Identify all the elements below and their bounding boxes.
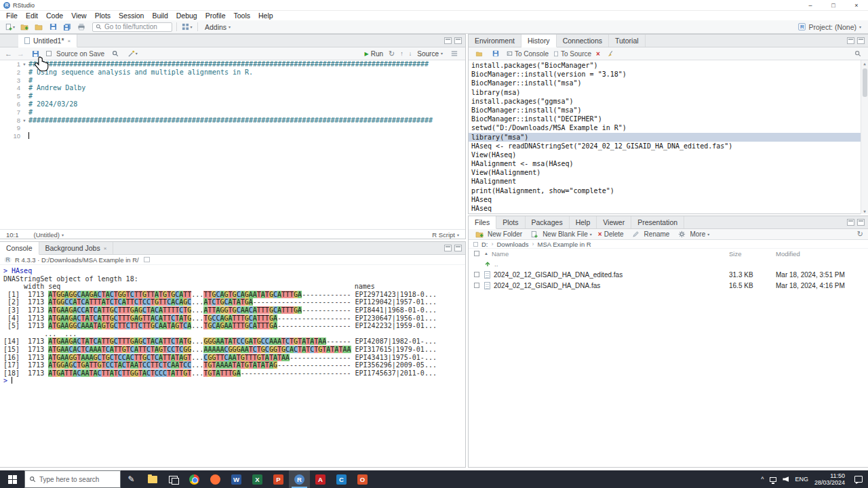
maximize-button[interactable]: □ [822, 0, 845, 11]
source-button[interactable]: Source ▾ [417, 50, 443, 58]
column-modified[interactable]: Modified [776, 250, 863, 258]
history-item[interactable]: HAseq [469, 204, 861, 213]
run-above-icon[interactable]: ↑ [400, 50, 403, 57]
close-tab-icon[interactable]: × [104, 245, 107, 251]
minimize-pane-icon[interactable] [847, 219, 854, 226]
editor-line[interactable]: 1▾######################################… [0, 60, 465, 68]
open-file-icon[interactable] [33, 22, 45, 33]
tab-untitled1[interactable]: Untitled1* × [18, 35, 77, 47]
find-icon[interactable] [109, 48, 121, 59]
back-icon[interactable]: ← [5, 49, 12, 58]
project-menu[interactable]: R Project: (None) ▾ [798, 23, 864, 31]
editor-line[interactable]: 9 [0, 124, 465, 132]
editor-line[interactable]: 7# [0, 108, 465, 117]
taskbar-vscode[interactable]: C [331, 470, 352, 488]
file-row[interactable]: 2024_02_12_GISAID_HA_DNA.fas16.5 KBMar 1… [469, 280, 868, 291]
editor-line[interactable]: 6# 2024/03/28 [0, 100, 465, 108]
taskbar-windows-ink[interactable]: ✎ [121, 470, 142, 488]
doc-type-selector[interactable]: R Script ▾ [432, 231, 459, 239]
code-tools-wand-icon[interactable]: ▾ [126, 48, 138, 59]
taskbar-chrome[interactable] [184, 470, 205, 488]
close-tab-icon[interactable]: × [68, 38, 71, 44]
print-icon[interactable] [75, 22, 87, 33]
tab-history[interactable]: History [521, 35, 557, 47]
tab-connections[interactable]: Connections [557, 35, 609, 47]
forward-icon[interactable]: → [17, 49, 24, 58]
menu-tools[interactable]: Tools [229, 12, 254, 20]
breadcrumb-item[interactable]: D: [481, 241, 488, 248]
column-name[interactable]: Name [492, 250, 509, 258]
tab-viewer[interactable]: Viewer [597, 216, 631, 228]
file-checkbox[interactable] [474, 272, 479, 277]
taskbar-excel[interactable]: X [247, 470, 268, 488]
menu-plots[interactable]: Plots [91, 12, 115, 20]
tab-background-jobs[interactable]: Background Jobs× [39, 242, 114, 254]
minimize-pane-icon[interactable] [847, 37, 854, 44]
new-blank-file-button[interactable]: New Blank File▾ [528, 229, 592, 240]
new-project-icon[interactable] [18, 22, 31, 33]
history-item[interactable]: BiocManager::install(version = "3.18") [469, 70, 861, 79]
language-indicator[interactable]: ENG [795, 476, 808, 483]
to-console-button[interactable]: To Console [507, 50, 549, 58]
menu-profile[interactable]: Profile [201, 12, 230, 20]
maximize-pane-icon[interactable] [857, 219, 865, 226]
remove-entry-icon[interactable]: × [596, 50, 600, 58]
tab-environment[interactable]: Environment [469, 35, 521, 47]
more-button[interactable]: More▾ [675, 229, 709, 240]
document-selector[interactable]: (Untitled) ▾ [34, 231, 64, 239]
outline-icon[interactable] [448, 48, 460, 59]
updir-row[interactable]: .. [469, 258, 868, 269]
menu-file[interactable]: File [2, 12, 22, 20]
tab-packages[interactable]: Packages [526, 216, 570, 228]
search-history-icon[interactable] [852, 48, 864, 59]
menu-debug[interactable]: Debug [172, 12, 201, 20]
scroll-up-icon[interactable]: ▲ [863, 61, 866, 66]
menu-session[interactable]: Session [115, 12, 148, 20]
breadcrumb-item[interactable]: Downloads [497, 241, 529, 248]
tray-expand-icon[interactable]: ^ [761, 476, 764, 483]
select-all-checkbox[interactable] [474, 251, 479, 256]
close-button[interactable]: × [845, 0, 868, 11]
menu-code[interactable]: Code [42, 12, 67, 20]
history-item[interactable]: setwd("D:/Downloads/MSA Example in R") [469, 123, 861, 132]
tab-tutorial[interactable]: Tutorial [609, 35, 646, 47]
clock[interactable]: 11:50 28/03/2024 [814, 472, 845, 486]
taskbar-task-view[interactable] [163, 470, 184, 488]
history-item[interactable]: library("msa") [469, 133, 861, 142]
console-popout-icon[interactable] [144, 257, 150, 262]
history-item[interactable]: HAseq <- readDNAStringSet("2024_02_12_GI… [469, 142, 861, 150]
scroll-down-icon[interactable]: ▼ [863, 209, 866, 214]
history-item[interactable]: View(HAalignment) [469, 168, 861, 177]
maximize-pane-icon[interactable] [454, 37, 462, 44]
taskbar-file-explorer[interactable] [142, 470, 163, 488]
clear-history-broom-icon[interactable] [605, 48, 617, 59]
editor-line[interactable]: 10 [0, 132, 465, 140]
history-item[interactable]: HAseq [469, 195, 861, 204]
taskbar-powerpoint[interactable]: P [268, 470, 289, 488]
rename-button[interactable]: Rename [630, 229, 670, 240]
tab-help[interactable]: Help [570, 216, 597, 228]
history-item[interactable]: print(HAalignment, show="complete") [469, 186, 861, 195]
load-history-icon[interactable] [473, 48, 485, 59]
editor-line[interactable]: 3# [0, 77, 465, 85]
pane-layout-button[interactable]: ▾ [181, 22, 193, 33]
history-item[interactable]: BiocManager::install("DECIPHER") [469, 115, 861, 123]
volume-icon[interactable] [783, 476, 789, 482]
run-button[interactable]: ▶ Run [365, 50, 384, 58]
taskbar-word[interactable]: W [226, 470, 247, 488]
new-folder-button[interactable]: New Folder [473, 229, 522, 240]
goto-file-input[interactable]: Go to file/function [92, 22, 172, 32]
addins-menu[interactable]: Addins ▾ [202, 23, 233, 31]
history-item[interactable]: HAalignment <- msa(HAseq) [469, 159, 861, 168]
save-history-icon[interactable] [490, 48, 502, 59]
run-below-icon[interactable]: ↓ [409, 50, 412, 57]
menu-build[interactable]: Build [148, 12, 172, 20]
new-file-icon[interactable]: ▾ [4, 22, 16, 33]
delete-button[interactable]: ×Delete [598, 230, 624, 238]
taskbar-firefox[interactable] [205, 470, 226, 488]
history-item[interactable]: View(HAseq) [469, 150, 861, 159]
network-icon[interactable] [770, 477, 776, 482]
maximize-pane-icon[interactable] [454, 245, 462, 251]
file-checkbox[interactable] [474, 283, 479, 288]
history-item[interactable]: HAalignment [469, 177, 861, 186]
